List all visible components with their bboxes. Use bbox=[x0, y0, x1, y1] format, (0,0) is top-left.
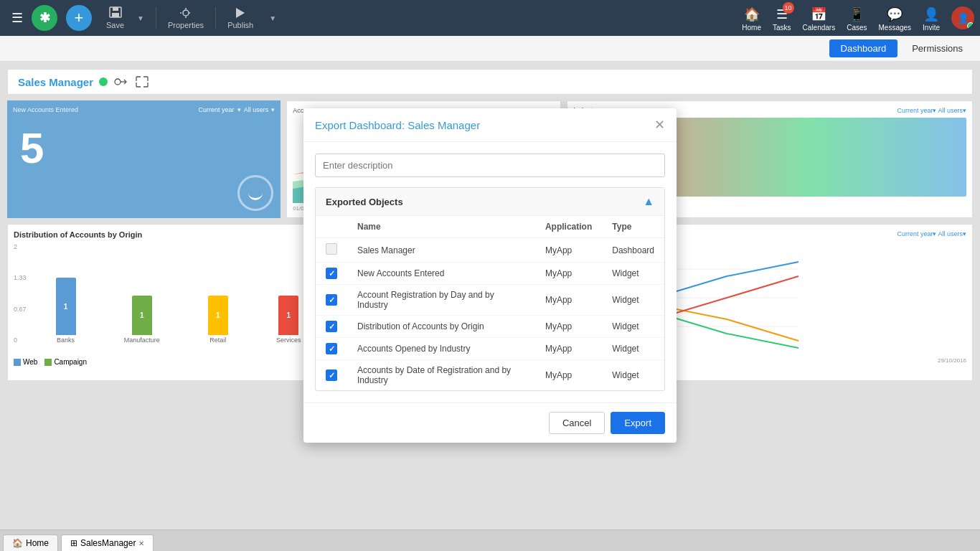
table-row: Distribution of Accounts by Origin MyApp… bbox=[316, 316, 664, 338]
separator bbox=[156, 7, 156, 29]
bar-banks: 1 Banks bbox=[56, 278, 76, 344]
svg-rect-2 bbox=[112, 13, 119, 17]
row-app-2: MyApp bbox=[535, 263, 602, 285]
app-logo: ✱ bbox=[32, 5, 57, 31]
row-checkbox-5[interactable] bbox=[326, 343, 337, 354]
exported-objects-header: Exported Objects ▲ bbox=[316, 188, 664, 216]
row-type-4: Widget bbox=[602, 316, 664, 338]
export-button[interactable]: Export bbox=[611, 412, 665, 434]
row-name-6: Accounts by Date of Registration and by … bbox=[347, 360, 535, 391]
sm-status-dot bbox=[99, 77, 108, 86]
row-type-1: Dashboard bbox=[602, 238, 664, 263]
row-app-3: MyApp bbox=[535, 285, 602, 316]
tab-home[interactable]: 🏠 Home bbox=[3, 534, 58, 551]
new-accounts-filters: Current year▾ All users▾ bbox=[199, 106, 275, 113]
row-app-6: MyApp bbox=[535, 360, 602, 391]
nav-cases[interactable]: 📱 Cases bbox=[847, 5, 867, 32]
modal-footer: Cancel Export bbox=[303, 402, 677, 443]
gauge-icon bbox=[237, 175, 273, 211]
modal-overlay: ☰ ✱ + Save ▼ Properties Publish bbox=[0, 0, 980, 551]
services-label: Services bbox=[276, 336, 301, 344]
col-type: Type bbox=[602, 216, 664, 238]
bottom-tabs: 🏠 Home ⊞ SalesManager ✕ bbox=[0, 529, 980, 551]
row-name-3: Account Registration by Day and by Indus… bbox=[347, 285, 535, 316]
bar-chart-area: 21.330.670 1 Banks 1 Manufacture bbox=[14, 243, 325, 358]
publish-dropdown[interactable]: ▼ bbox=[263, 11, 282, 25]
svg-rect-1 bbox=[113, 7, 118, 11]
nav-messages[interactable]: 💬 Messages bbox=[879, 5, 912, 32]
col-checkbox bbox=[316, 216, 347, 238]
export-modal: Export Dashboard: Sales Manager ✕ Export… bbox=[303, 108, 677, 443]
sub-toolbar: Dashboard Permissions bbox=[0, 36, 980, 62]
navbar: ☰ ✱ + Save ▼ Properties Publish bbox=[0, 0, 980, 36]
row-app-4: MyApp bbox=[535, 316, 602, 338]
avatar-status-dot bbox=[967, 22, 974, 29]
row-app-1: MyApp bbox=[535, 238, 602, 263]
exported-objects-section: Exported Objects ▲ Name Application Type bbox=[315, 187, 665, 391]
tab-close-icon[interactable]: ✕ bbox=[138, 540, 144, 547]
row-type-6: Widget bbox=[602, 360, 664, 391]
save-dropdown[interactable]: ▼ bbox=[131, 11, 150, 25]
distribution-title: Distribution of Accounts by Origin bbox=[14, 230, 325, 239]
modal-title: Export Dashboard: Sales Manager bbox=[315, 119, 480, 131]
table-row: New Accounts Entered MyApp Widget bbox=[316, 263, 664, 285]
row-name-5: Accounts Opened by Industry bbox=[347, 338, 535, 360]
bar-manufacture: 1 Manufacture bbox=[124, 296, 160, 344]
row-checkbox-3[interactable] bbox=[326, 294, 337, 306]
table-row: Accounts Opened by Industry MyApp Widget bbox=[316, 338, 664, 360]
row-type-3: Widget bbox=[602, 285, 664, 316]
row-type-2: Widget bbox=[602, 263, 664, 285]
row-checkbox-1 bbox=[326, 243, 337, 255]
add-button[interactable]: + bbox=[66, 5, 92, 31]
table-header-row: Name Application Type bbox=[316, 216, 664, 238]
col-application: Application bbox=[535, 216, 602, 238]
tab-salesmanager[interactable]: ⊞ SalesManager ✕ bbox=[61, 534, 154, 551]
modal-body: Exported Objects ▲ Name Application Type bbox=[303, 142, 677, 402]
row-checkbox-4[interactable] bbox=[326, 321, 337, 332]
sm-expand-icon[interactable] bbox=[135, 75, 149, 88]
sm-header-bar: Sales Manager bbox=[7, 69, 973, 95]
distribution-widget: Distribution of Accounts by Origin 21.33… bbox=[7, 224, 331, 381]
cancel-button[interactable]: Cancel bbox=[549, 412, 605, 434]
svg-marker-4 bbox=[236, 8, 245, 18]
bars-container: 1 Banks 1 Manufacture 1 Retail bbox=[32, 243, 325, 358]
tasks-badge: 10 bbox=[783, 2, 794, 14]
table-row: Accounts by Date of Registration and by … bbox=[316, 360, 664, 391]
sm-title: Sales Manager bbox=[18, 76, 93, 88]
y-axis: 21.330.670 bbox=[14, 243, 32, 358]
user-avatar[interactable]: 👤 bbox=[951, 6, 974, 29]
chart-legend: Web Campaign bbox=[14, 358, 325, 366]
row-name-2: New Accounts Entered bbox=[347, 263, 535, 285]
svg-point-5 bbox=[115, 79, 121, 85]
modal-close-button[interactable]: ✕ bbox=[654, 118, 665, 131]
svg-point-3 bbox=[183, 10, 189, 16]
hamburger-icon[interactable]: ☰ bbox=[6, 4, 29, 32]
row-name-4: Distribution of Accounts by Origin bbox=[347, 316, 535, 338]
permissions-tab[interactable]: Permissions bbox=[900, 39, 974, 57]
save-button[interactable]: Save bbox=[100, 4, 130, 32]
col-name: Name bbox=[347, 216, 535, 238]
new-accounts-title: New Accounts Entered bbox=[13, 106, 78, 113]
row-checkbox-2[interactable] bbox=[326, 268, 337, 279]
nav-calendars[interactable]: 📅 Calendars bbox=[803, 5, 836, 32]
sm-chart-icon[interactable] bbox=[113, 75, 129, 88]
row-checkbox-6[interactable] bbox=[326, 369, 337, 381]
new-accounts-widget: New Accounts Entered Current year▾ All u… bbox=[7, 100, 281, 218]
modal-header: Export Dashboard: Sales Manager ✕ bbox=[303, 108, 677, 142]
table-row: Account Registration by Day and by Indus… bbox=[316, 285, 664, 316]
nav-tasks[interactable]: ☰ 10 Tasks bbox=[773, 5, 791, 32]
nav-invite[interactable]: 👤 Invite bbox=[923, 5, 940, 32]
row-name-1: Sales Manager bbox=[347, 238, 535, 263]
table-row: Sales Manager MyApp Dashboard bbox=[316, 238, 664, 263]
exported-objects-table: Name Application Type Sales Manager MyAp… bbox=[316, 216, 664, 390]
publish-button[interactable]: Publish bbox=[222, 4, 259, 32]
properties-button[interactable]: Properties bbox=[162, 4, 209, 32]
row-app-5: MyApp bbox=[535, 338, 602, 360]
bar-services: 1 Services bbox=[276, 296, 301, 344]
collapse-icon[interactable]: ▲ bbox=[643, 195, 654, 208]
new-accounts-value: 5 bbox=[13, 116, 275, 173]
dashboard-tab[interactable]: Dashboard bbox=[829, 39, 898, 57]
separator2 bbox=[215, 7, 216, 29]
description-input[interactable] bbox=[315, 154, 665, 177]
nav-home[interactable]: 🏠 Home bbox=[742, 5, 761, 32]
